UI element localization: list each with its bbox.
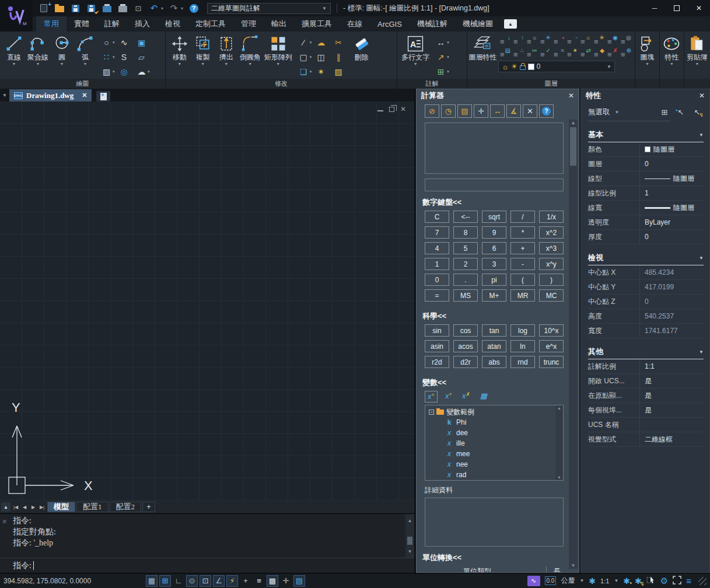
calc-sci-key[interactable]: tan (482, 324, 506, 337)
redo-icon[interactable]: ↷ (169, 4, 179, 13)
status-toggle[interactable]: ∟ (173, 575, 184, 587)
status-toggle[interactable]: ▩ (267, 575, 278, 587)
layer-tool[interactable]: ≈ (552, 47, 565, 60)
layer-tool[interactable]: ☀ (592, 34, 606, 47)
calc-sci-key[interactable]: r2d (425, 356, 449, 368)
calculator-tool-icon[interactable]: ∡ (506, 104, 521, 118)
calculator-tool-icon[interactable]: ✛ (474, 104, 488, 118)
command-history[interactable]: ✕ 指令:指定對角點:指令: '_help ▲▼ (0, 513, 414, 558)
ribbon-tab[interactable]: 機械繪圖 (455, 16, 501, 32)
ribbon-collapse-button[interactable]: ▲ (504, 19, 517, 29)
layer-select[interactable]: ☼ ☀ 0 ▼ (498, 61, 615, 72)
section-header-misc[interactable]: 其他▼ (588, 346, 704, 359)
calculator-tool-icon[interactable]: ? (539, 104, 554, 118)
calculator-tool-icon[interactable]: ⊘ (425, 104, 439, 118)
layer-tool[interactable]: ▪ (552, 34, 565, 47)
calc-key[interactable]: 1 (425, 258, 449, 270)
calc-sci-key[interactable]: atan (482, 340, 506, 352)
ribbon-tab[interactable]: 輸出 (264, 16, 294, 32)
draw-small-tool[interactable]: ○ (100, 35, 118, 50)
model-space-icon[interactable]: ∿ (527, 576, 540, 586)
calc-key[interactable]: 1/x (539, 211, 564, 223)
calc-key[interactable]: MS (453, 289, 478, 302)
calc-key[interactable]: 3 (482, 258, 506, 270)
variable-item[interactable]: x rad (429, 470, 555, 480)
calc-sci-key[interactable]: rnd (510, 356, 535, 368)
modify-small-tool[interactable]: ✶ (315, 64, 333, 79)
layer-tool[interactable]: ≔ (525, 47, 538, 60)
layer-tool[interactable]: ◎ (619, 34, 632, 47)
layer-tool[interactable]: ▫ (565, 34, 579, 47)
annotation-scale-value[interactable]: 1:1 (600, 578, 609, 584)
layout-nav-button[interactable]: ▶| (38, 502, 46, 512)
app-logo[interactable]: M (0, 0, 33, 32)
calc-key[interactable]: - (510, 258, 535, 270)
layer-tool[interactable]: ⇄ (579, 47, 592, 60)
calc-key[interactable]: 8 (453, 226, 478, 239)
variable-item[interactable]: x vee (429, 480, 555, 481)
ribbon-tab[interactable]: 在線 (340, 16, 370, 32)
calc-key[interactable]: = (425, 289, 449, 302)
layer-tool[interactable]: ↑ (512, 34, 525, 47)
polyline-button[interactable]: 聚合線▼ (26, 34, 50, 67)
layout-nav-button[interactable]: |◀ (12, 502, 20, 512)
draw-small-tool[interactable]: ▨ (100, 64, 118, 79)
maximize-button[interactable] (666, 1, 688, 16)
annotation-scale-caret-icon[interactable]: ▼ (614, 578, 618, 583)
units-section-label[interactable]: 單位轉換<< (422, 552, 567, 563)
calc-sci-key[interactable]: 10^x (539, 324, 564, 337)
annotate-small-tool[interactable]: ↗ (435, 50, 457, 64)
modify-small-tool[interactable]: ▨ (333, 64, 350, 79)
calc-sci-key[interactable]: asin (425, 340, 449, 352)
draw-small-tool[interactable]: ☁ (135, 64, 153, 79)
open-file-icon[interactable] (54, 4, 65, 13)
draw-small-tool[interactable]: ▣ (135, 35, 153, 50)
layer-properties-button[interactable]: 圖層特性 (470, 34, 496, 62)
status-toggle[interactable]: ▦ (146, 575, 158, 587)
property-value[interactable]: 是 (639, 388, 704, 402)
layer-tool[interactable]: ∴ (512, 47, 525, 60)
status-toggle[interactable]: ≡ (253, 575, 265, 587)
fullscreen-icon[interactable] (673, 576, 681, 586)
property-value[interactable]: 1:1 (639, 359, 704, 373)
variables-tree[interactable]: − 變數範例 k Phi x dee x ille (425, 405, 564, 481)
calc-key[interactable]: <-- (453, 211, 478, 223)
modify-small-tool[interactable]: ✂ (333, 35, 350, 50)
erase-button[interactable]: 刪除 (350, 34, 373, 62)
property-value[interactable]: 0 (639, 230, 704, 244)
calc-key[interactable]: x^3 (539, 242, 564, 254)
settings-gear-icon[interactable]: ⚙ (660, 576, 668, 586)
draw-small-tool[interactable]: ▱ (135, 50, 153, 64)
calc-key[interactable]: ( (510, 274, 535, 286)
calc-sci-key[interactable]: d2r (453, 356, 478, 368)
layer-tool[interactable]: ☼ (525, 34, 538, 47)
layout-nav-button[interactable]: ▶ (29, 502, 37, 512)
quick-select-icon[interactable]: ⊞ (658, 106, 671, 118)
unit-length-column[interactable]: 長度 (547, 566, 567, 573)
numpad-section-label[interactable]: 數字鍵盤<< (422, 197, 567, 208)
calc-key[interactable]: + (510, 242, 535, 254)
calc-sci-key[interactable]: ln (510, 340, 535, 352)
modify-small-tool[interactable]: ∥ (333, 50, 350, 64)
properties-close-icon[interactable]: ✕ (699, 92, 705, 100)
command-input[interactable]: 指令: (0, 558, 414, 573)
draw-small-tool[interactable]: ∿ (118, 35, 135, 50)
calc-key[interactable]: C (425, 211, 449, 223)
property-value[interactable]: 是 (639, 403, 704, 417)
variable-tool-button[interactable]: x+ (425, 391, 438, 402)
doc-close-icon[interactable]: ✕ (400, 105, 406, 113)
calc-key[interactable]: * (510, 226, 535, 239)
calculator-tool-icon[interactable]: ◷ (441, 104, 456, 118)
document-list-caret-icon[interactable]: ▼ (0, 93, 9, 102)
property-value[interactable]: 隨圖層 (639, 201, 704, 215)
clipboard-button[interactable]: 剪貼簿▼ (685, 34, 709, 67)
calc-key[interactable]: ) (539, 274, 564, 286)
annotate-small-tool[interactable]: ⊞ (435, 64, 457, 79)
ribbon-tab[interactable]: 檢視 (158, 16, 188, 32)
layer-tool[interactable]: ◉ (606, 34, 619, 47)
new-file-icon[interactable]: + (39, 4, 49, 13)
ribbon-tab[interactable]: 實體 (67, 16, 97, 32)
properties-title-bar[interactable]: 特性 ✕ (581, 89, 709, 102)
tolerance-icon[interactable]: 0.0 (545, 576, 557, 585)
layer-tool[interactable]: ✶ (565, 47, 579, 60)
